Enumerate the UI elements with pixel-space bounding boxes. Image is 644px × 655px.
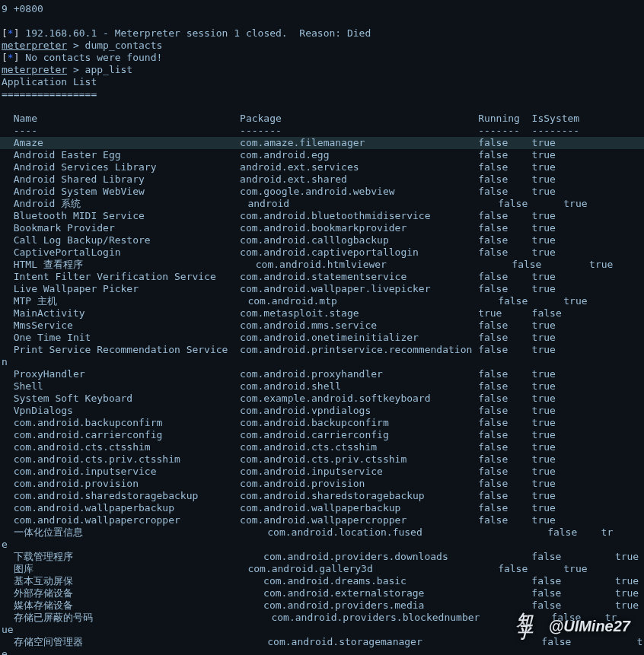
terminal-line xyxy=(0,100,644,113)
terminal-line: e xyxy=(0,648,644,655)
terminal-line: ProxyHandler com.android.proxyhandler fa… xyxy=(0,368,644,380)
terminal-line: Android 系统 android false true xyxy=(0,198,644,210)
terminal-line: System Soft Keyboard com.example.android… xyxy=(0,393,644,405)
terminal-line: com.android.backupconfirm com.android.ba… xyxy=(0,417,644,429)
terminal-line: com.android.inputservice com.android.inp… xyxy=(0,466,644,478)
watermark: 知乎 @UIMine27 xyxy=(517,618,630,634)
terminal-line: MTP 主机 com.android.mtp false true xyxy=(0,295,644,307)
terminal-line: Android System WebView com.google.androi… xyxy=(0,186,644,198)
terminal-line: Call Log Backup/Restore com.android.call… xyxy=(0,234,644,246)
terminal-line: Live Wallpaper Picker com.android.wallpa… xyxy=(0,283,644,295)
terminal-line: Android Services Library android.ext.ser… xyxy=(0,161,644,173)
terminal-line: com.android.provision com.android.provis… xyxy=(0,478,644,490)
terminal-line: 9 +0800 xyxy=(0,3,644,15)
terminal-line: ---- ------- ------- -------- xyxy=(0,125,644,137)
terminal-line: 存储空间管理器 com.android.storagemanager false… xyxy=(0,636,644,648)
terminal-line: MainActivity com.metasploit.stage true f… xyxy=(0,307,644,320)
terminal-line: Bluetooth MIDI Service com.android.bluet… xyxy=(0,210,644,222)
terminal-line: Android Easter Egg com.android.egg false… xyxy=(0,149,644,161)
terminal-line: com.android.wallpapercropper com.android… xyxy=(0,514,644,526)
terminal-line: com.android.cts.ctsshim com.android.cts.… xyxy=(0,441,644,453)
terminal-line xyxy=(0,15,644,27)
terminal-line: Print Service Recommendation Service com… xyxy=(0,344,644,356)
terminal-line: VpnDialogs com.android.vpndialogs false … xyxy=(0,405,644,417)
terminal-line: Application List xyxy=(0,76,644,88)
terminal-line: 下载管理程序 com.android.providers.downloads f… xyxy=(0,551,644,563)
terminal-line: 一体化位置信息 com.android.location.fused false… xyxy=(0,526,644,539)
terminal-line: 基本互动屏保 com.android.dreams.basic false tr… xyxy=(0,575,644,587)
terminal-line: com.android.cts.priv.ctsshim com.android… xyxy=(0,453,644,466)
terminal-line: Shell com.android.shell false true xyxy=(0,380,644,393)
terminal-line: [*] 192.168.60.1 - Meterpreter session 1… xyxy=(0,27,644,40)
watermark-text: @UIMine27 xyxy=(549,620,630,632)
terminal-line: Amaze com.amaze.filemanager false true xyxy=(0,137,644,149)
terminal-line: [*] No contacts were found! xyxy=(0,52,644,64)
zhihu-logo-icon: 知乎 xyxy=(517,618,544,634)
terminal-line: com.android.wallpaperbackup com.android.… xyxy=(0,502,644,514)
terminal-line: com.android.sharedstoragebackup com.andr… xyxy=(0,490,644,502)
terminal-line: n xyxy=(0,356,644,368)
terminal-line: Android Shared Library android.ext.share… xyxy=(0,173,644,186)
terminal-line: Intent Filter Verification Service com.a… xyxy=(0,271,644,283)
terminal-line: 图库 com.android.gallery3d false true xyxy=(0,563,644,575)
terminal-line: com.android.carrierconfig com.android.ca… xyxy=(0,429,644,441)
terminal-line: Name Package Running IsSystem xyxy=(0,113,644,125)
terminal-line: HTML 查看程序 com.android.htmlviewer false t… xyxy=(0,259,644,271)
terminal-line: 外部存储设备 com.android.externalstorage false… xyxy=(0,587,644,599)
terminal-line: meterpreter > dump_contacts xyxy=(0,40,644,52)
terminal-line: CaptivePortalLogin com.android.captivepo… xyxy=(0,246,644,259)
terminal-line: ================ xyxy=(0,88,644,100)
terminal-output[interactable]: 9 +0800 [*] 192.168.60.1 - Meterpreter s… xyxy=(0,3,644,655)
terminal-line: 媒体存储设备 com.android.providers.media false… xyxy=(0,599,644,612)
terminal-line: MmsService com.android.mms.service false… xyxy=(0,320,644,332)
terminal-line: Bookmark Provider com.android.bookmarkpr… xyxy=(0,222,644,234)
terminal-line: One Time Init com.android.onetimeinitial… xyxy=(0,332,644,344)
terminal-line: meterpreter > app_list xyxy=(0,64,644,76)
terminal-line: e xyxy=(0,539,644,551)
